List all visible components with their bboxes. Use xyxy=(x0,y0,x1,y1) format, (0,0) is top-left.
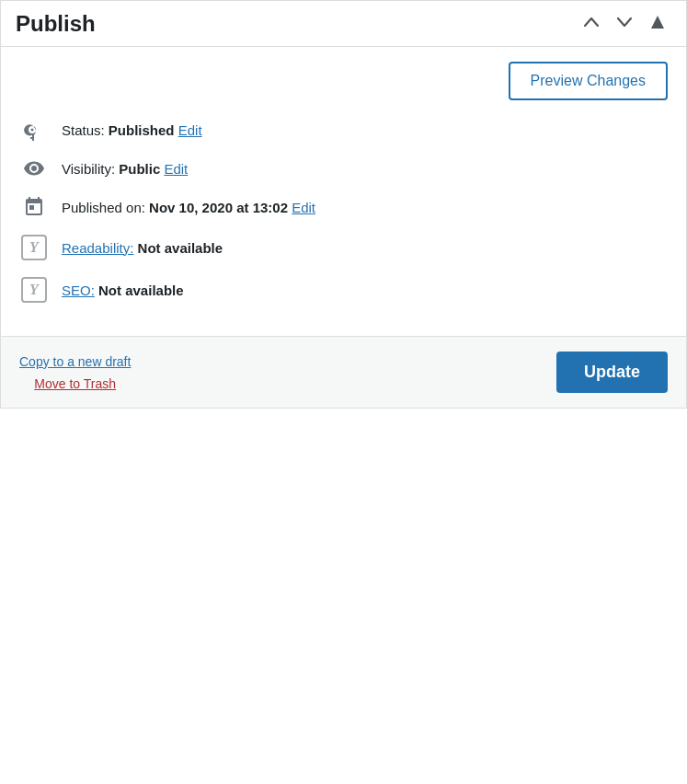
widget-title: Publish xyxy=(16,11,96,37)
status-row: Status: Published Edit xyxy=(19,119,668,141)
collapse-down-button[interactable] xyxy=(611,10,638,37)
status-text: Status: Published Edit xyxy=(62,122,202,138)
yoast-readability-icon: Y xyxy=(19,235,49,260)
visibility-label: Visibility: xyxy=(62,161,119,177)
move-to-trash-button[interactable]: Move to Trash xyxy=(19,376,131,391)
eye-icon xyxy=(19,157,49,179)
seo-value: Not available xyxy=(98,282,184,298)
readability-row: Y Readability: Not available xyxy=(19,235,668,260)
readability-text: Readability: Not available xyxy=(62,240,223,256)
seo-link[interactable]: SEO: xyxy=(62,282,95,298)
seo-row: Y SEO: Not available xyxy=(19,277,668,303)
svg-marker-0 xyxy=(651,16,664,29)
published-on-text: Published on: Nov 10, 2020 at 13:02 Edit xyxy=(62,200,315,215)
update-button[interactable]: Update xyxy=(556,352,668,393)
header-controls xyxy=(578,10,671,37)
copy-to-draft-button[interactable]: Copy to a new draft xyxy=(19,354,131,369)
published-on-value: Nov 10, 2020 at 13:02 xyxy=(149,200,292,215)
readability-value: Not available xyxy=(138,240,223,256)
collapse-up-button[interactable] xyxy=(578,10,605,37)
published-on-edit-link[interactable]: Edit xyxy=(292,200,315,215)
expand-button[interactable] xyxy=(644,10,671,37)
yoast-seo-icon: Y xyxy=(19,277,49,303)
meta-rows: Status: Published Edit Visibility: Publi… xyxy=(19,119,668,303)
footer-left: Copy to a new draft Move to Trash xyxy=(19,354,131,391)
published-on-row: Published on: Nov 10, 2020 at 13:02 Edit xyxy=(19,196,668,218)
key-icon xyxy=(19,119,49,141)
visibility-value: Public xyxy=(119,161,164,177)
calendar-icon xyxy=(19,196,49,218)
publish-widget: Publish Preview Changes xyxy=(0,0,687,409)
status-value: Published xyxy=(109,122,178,138)
preview-row: Preview Changes xyxy=(19,62,668,100)
published-on-label: Published on: xyxy=(62,200,149,215)
widget-footer: Copy to a new draft Move to Trash Update xyxy=(1,336,686,408)
preview-changes-button[interactable]: Preview Changes xyxy=(509,62,668,100)
svg-point-1 xyxy=(31,129,34,132)
seo-text: SEO: Not available xyxy=(62,282,184,298)
status-label: Status: xyxy=(62,122,109,138)
widget-header: Publish xyxy=(1,1,686,47)
widget-body: Preview Changes Status: Published Edit xyxy=(1,47,686,336)
visibility-edit-link[interactable]: Edit xyxy=(164,161,188,177)
status-edit-link[interactable]: Edit xyxy=(178,122,202,138)
readability-link[interactable]: Readability: xyxy=(62,240,133,256)
visibility-row: Visibility: Public Edit xyxy=(19,157,668,179)
visibility-text: Visibility: Public Edit xyxy=(62,161,188,177)
